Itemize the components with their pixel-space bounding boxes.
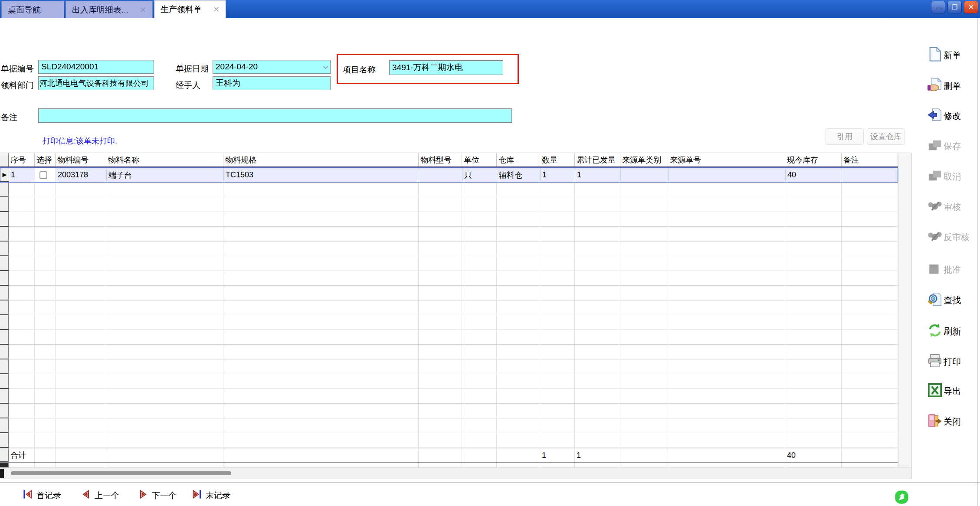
tab-2[interactable]: 出入库明细表...✕	[66, 1, 153, 18]
empty-cell	[842, 345, 898, 359]
minimize-button[interactable]: —	[931, 1, 945, 13]
horizontal-scrollbar[interactable]	[0, 467, 911, 479]
empty-row[interactable]	[0, 315, 898, 330]
empty-cell	[56, 345, 106, 359]
empty-cell	[540, 256, 575, 271]
empty-row[interactable]	[0, 286, 898, 300]
empty-row[interactable]	[0, 300, 898, 315]
tab-3[interactable]: 生产领料单✕	[154, 0, 226, 18]
empty-row[interactable]	[0, 271, 898, 286]
handler-field[interactable]: 王科为	[213, 76, 331, 90]
close-button[interactable]: ✕	[964, 1, 978, 13]
sidebar-button-print-11[interactable]: 打印	[928, 353, 961, 370]
empty-row[interactable]	[0, 404, 898, 418]
empty-cell	[497, 271, 540, 286]
empty-cell	[462, 330, 497, 345]
department-field[interactable]: 河北通电电气设备科技有限公司	[38, 76, 154, 90]
empty-row[interactable]	[0, 183, 898, 197]
empty-cell	[497, 374, 540, 389]
empty-cell	[35, 433, 56, 448]
empty-row[interactable]	[0, 197, 898, 212]
empty-cell	[620, 300, 668, 315]
record-nav-first[interactable]: 首记录	[23, 489, 61, 502]
empty-row[interactable]	[0, 345, 898, 359]
empty-cell	[35, 271, 56, 286]
empty-cell	[462, 242, 497, 256]
empty-row[interactable]	[0, 359, 898, 374]
empty-cell	[106, 359, 223, 374]
restore-button[interactable]: ❐	[947, 1, 962, 13]
empty-row[interactable]	[0, 330, 898, 345]
sidebar-button-modify-doc-3[interactable]: 修改	[928, 108, 961, 124]
sidebar-button-close-door-13[interactable]: 关闭	[928, 413, 961, 430]
tab-close-icon[interactable]: ✕	[140, 5, 146, 15]
empty-cell	[497, 418, 540, 433]
empty-cell	[668, 345, 785, 359]
empty-cell	[575, 330, 620, 345]
column-header-stock: 现今库存	[785, 153, 842, 166]
empty-cell	[35, 242, 56, 256]
empty-cell	[497, 212, 540, 227]
empty-cell	[785, 271, 842, 286]
row-indicator-cell	[0, 433, 9, 448]
empty-cell	[223, 389, 419, 404]
total-cell-issued: 1	[575, 448, 620, 462]
empty-cell	[497, 359, 540, 374]
bottom-divider	[0, 482, 980, 483]
sidebar-button-find-9[interactable]: 查找	[928, 292, 961, 308]
empty-cell	[575, 418, 620, 433]
table-row[interactable]: ▶12003178端子台TC1503只辅料仓1140	[0, 167, 898, 183]
empty-cell	[462, 345, 497, 359]
last-record-icon	[192, 489, 202, 502]
record-nav-prev[interactable]: 上一个	[81, 489, 119, 502]
row-select-checkbox[interactable]	[39, 171, 47, 179]
vertical-scrollbar[interactable]	[898, 153, 911, 467]
square-gray-icon	[928, 261, 942, 278]
empty-cell	[419, 300, 462, 315]
empty-row[interactable]	[0, 374, 898, 389]
record-nav-last[interactable]: 末记录	[192, 489, 230, 502]
empty-row[interactable]	[0, 256, 898, 271]
empty-cell	[9, 271, 35, 286]
empty-row[interactable]	[0, 242, 898, 256]
sidebar-button-refresh-10[interactable]: 刷新	[928, 323, 961, 340]
record-nav-next[interactable]: 下一个	[138, 489, 177, 502]
quote-button[interactable]: 引用	[826, 128, 864, 145]
record-nav-label: 首记录	[36, 490, 61, 501]
tab-close-icon[interactable]: ✕	[213, 5, 220, 14]
sidebar-button-export-excel-12[interactable]: 导出	[928, 383, 961, 399]
share-status-icon[interactable]	[895, 490, 909, 504]
empty-cell	[620, 197, 668, 212]
tab-1[interactable]: 桌面导航	[1, 1, 64, 18]
empty-cell	[668, 418, 785, 433]
remark-field[interactable]	[38, 108, 512, 123]
empty-row[interactable]	[0, 433, 898, 448]
doc-date-field[interactable]: 2024-04-20	[213, 60, 331, 74]
set-warehouse-button[interactable]: 设置仓库	[867, 128, 905, 145]
doc-no-field[interactable]: SLD240420001	[38, 60, 154, 74]
empty-row[interactable]	[0, 212, 898, 227]
sidebar-button-label: 导出	[944, 385, 961, 397]
close-door-icon	[928, 413, 942, 430]
horizontal-scroll-thumb[interactable]	[11, 471, 231, 475]
empty-cell	[620, 315, 668, 330]
empty-cell	[106, 197, 223, 212]
empty-cell	[668, 242, 785, 256]
empty-cell	[668, 359, 785, 374]
project-field[interactable]: 3491-万科二期水电	[389, 60, 503, 75]
empty-cell	[842, 286, 898, 300]
sidebar-button-new-doc-1[interactable]: 新单	[928, 47, 961, 63]
empty-row[interactable]	[0, 227, 898, 242]
empty-row[interactable]	[0, 389, 898, 404]
empty-cell	[9, 404, 35, 418]
empty-cell	[223, 374, 419, 389]
sidebar-button-label: 关闭	[944, 416, 961, 428]
chevron-down-icon[interactable]	[323, 64, 328, 69]
empty-cell	[223, 212, 419, 227]
empty-cell	[668, 212, 785, 227]
empty-row[interactable]	[0, 418, 898, 433]
empty-cell	[620, 330, 668, 345]
empty-cell	[462, 212, 497, 227]
empty-cell	[419, 183, 462, 197]
sidebar-button-delete-doc-2[interactable]: 删单	[928, 78, 961, 94]
